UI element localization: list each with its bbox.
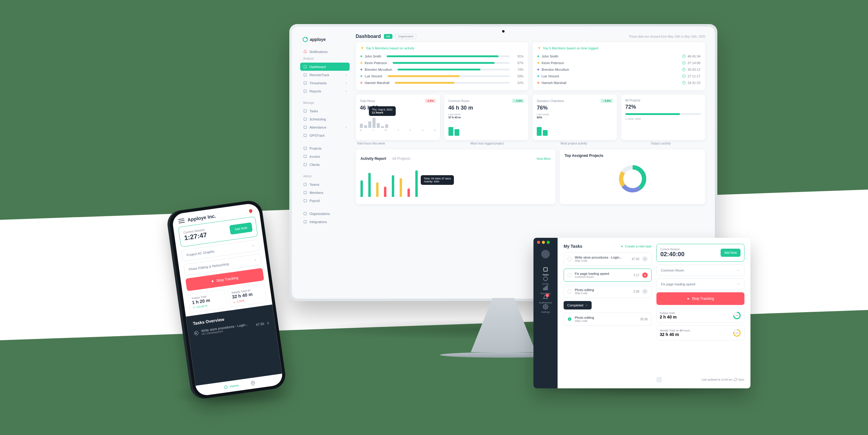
nav-icon [303, 73, 307, 77]
avatar[interactable] [541, 250, 550, 258]
task-time: 47:30 [632, 257, 639, 261]
stat-caption: Today's activity [617, 142, 704, 145]
time-logged: 27:11:17 [687, 74, 701, 78]
sidebar-item-tasks[interactable]: Tasks [300, 107, 350, 115]
sidebar-item-reports[interactable]: Reports› [300, 87, 350, 95]
nav-icon [303, 65, 307, 69]
task-item[interactable]: Photo editingShip Code2:30 [564, 285, 652, 298]
stat-label: Common Room [448, 99, 470, 103]
nav-icon [303, 133, 307, 137]
activity-report-title: Activity Report [361, 157, 386, 161]
widget-nav-gtms[interactable]: GTMs [539, 276, 552, 286]
member-name: Lue Vincent [541, 74, 559, 78]
my-tasks-title: My Tasks [564, 244, 582, 249]
sidebar-item-timesheets[interactable]: Timesheets› [300, 79, 350, 87]
stop-button[interactable] [642, 272, 648, 278]
widget-nav-tasks[interactable]: Tasks [539, 267, 552, 276]
traffic-lights[interactable] [537, 241, 550, 244]
sync-label[interactable]: Sync [738, 378, 744, 381]
task-checkbox[interactable] [567, 289, 572, 294]
task-time: 2:30 [633, 290, 639, 293]
sidebar-item-integrations[interactable]: Integrations [300, 218, 350, 226]
collapse-icon[interactable] [656, 377, 662, 382]
task-checkbox[interactable] [567, 273, 572, 277]
nav-icon [303, 163, 307, 166]
sync-icon[interactable] [734, 378, 737, 381]
sidebar-item-remotetrack[interactable]: RemoteTrack› [300, 71, 350, 79]
clock-icon [682, 74, 686, 78]
sidebar-item-organizations[interactable]: Organizations [300, 209, 350, 218]
task-item[interactable]: Write store procedures - Login...Ship Co… [564, 252, 652, 266]
member-name: Kevin Peterson [365, 61, 387, 65]
widget-stop-button[interactable]: Stop Tracking [656, 292, 744, 305]
sidebar-item-projects[interactable]: Projects [300, 144, 350, 152]
activity-bar [388, 75, 510, 77]
play-button[interactable] [642, 289, 648, 294]
completed-dropdown[interactable]: Completed [564, 301, 592, 309]
tab-me[interactable]: Me [384, 34, 393, 39]
stat-badge: ↑ 3.5% [512, 99, 524, 103]
svg-rect-4 [304, 81, 307, 84]
sidebar-item-clients[interactable]: Clients [300, 161, 350, 169]
sidebar-item-label: Integrations [310, 220, 327, 224]
sidebar-item-dashboard[interactable]: Dashboard [300, 63, 350, 71]
location-pin-icon[interactable] [250, 380, 255, 386]
member-name: John Smith [365, 55, 381, 58]
play-button[interactable] [642, 256, 648, 262]
time-logged: 37:14:08 [687, 61, 701, 65]
weekly-stat: Weekly Total 40 32 h 40 m ↘ -1.31% [227, 283, 267, 307]
task-item[interactable]: Fix page loading speedCommon Room7:17 [564, 269, 652, 282]
task-project: Ship Code [575, 259, 629, 262]
sidebar-item-gpstrack[interactable]: GPSTrack [300, 131, 350, 139]
task-checkbox[interactable] [567, 257, 572, 261]
last-updated: Last updated at 10:00 am [702, 378, 733, 381]
widget-project-value: Common Room [661, 269, 684, 272]
widget-project-selector[interactable]: Common Room [656, 265, 744, 276]
member-dot [361, 69, 362, 70]
shield-icon[interactable] [248, 208, 253, 214]
stat-caption: Most hour logged project [444, 142, 530, 145]
sidebar-item-payroll[interactable]: Payroll [300, 197, 350, 205]
activity-pct: 91% [515, 55, 524, 58]
trophy-icon [361, 46, 364, 50]
nav-home[interactable]: Home [224, 383, 239, 390]
widget-add-note-button[interactable]: Add Note [721, 249, 741, 257]
sidebar-item-attendance[interactable]: Attendance› [300, 123, 350, 131]
task-selector-value: Photo Editing & Retouching [188, 262, 229, 271]
widget-window: TasksGTMsSummaryNotifications2Settings M… [533, 238, 750, 388]
widget-task-selector[interactable]: Fix page loading speed [656, 278, 744, 290]
member-row: Kevin Peterson37:14:08 [537, 60, 701, 66]
activity-bar [384, 187, 386, 197]
home-icon [224, 385, 228, 390]
completed-task-item[interactable]: Photo editingShip Code 35:36 [564, 312, 652, 326]
create-task-link[interactable]: Create a new task [620, 244, 652, 248]
add-note-button[interactable]: Add Note [229, 222, 253, 235]
sidebar-item-label: Projects [310, 146, 321, 150]
widget-nav-summary[interactable]: Summary [539, 286, 552, 295]
sidebar-item-teams[interactable]: Teams [300, 180, 350, 189]
chevron-down-icon [737, 269, 740, 272]
activity-pct: 74% [515, 68, 524, 71]
member-dot [361, 56, 362, 57]
task-title: Write store procedures - Login... [575, 256, 629, 259]
sidebar-item-members[interactable]: Members [300, 189, 350, 197]
sidebar-notifications[interactable]: Notifications [300, 47, 350, 56]
menu-icon[interactable] [178, 218, 185, 223]
play-icon[interactable]: ▶ [194, 331, 199, 336]
widget-nav-notifications[interactable]: Notifications2 [539, 295, 552, 304]
view-more-link[interactable]: View More [536, 157, 551, 161]
sidebar-item-invoice[interactable]: Invoice [300, 152, 350, 161]
widget-nav-settings[interactable]: Settings [539, 304, 552, 313]
svg-rect-5 [304, 90, 307, 92]
nav-icon [303, 191, 307, 195]
page-title: Dashboard [355, 34, 381, 39]
brand-logo[interactable]: apploye [300, 35, 350, 44]
widget-weekly-stat: Weekly Total on 40 hours32 h 40 m 81% [656, 326, 744, 340]
activity-bar [393, 62, 510, 64]
sidebar-item-label: Members [310, 191, 323, 195]
sidebar-item-scheduling[interactable]: Scheduling [300, 115, 350, 123]
tab-organization[interactable]: Organization [396, 34, 416, 39]
sidebar-item-label: Timesheets [310, 81, 327, 85]
activity-bar [361, 180, 363, 197]
project-selector-value: Project AC Graphic [186, 249, 215, 257]
